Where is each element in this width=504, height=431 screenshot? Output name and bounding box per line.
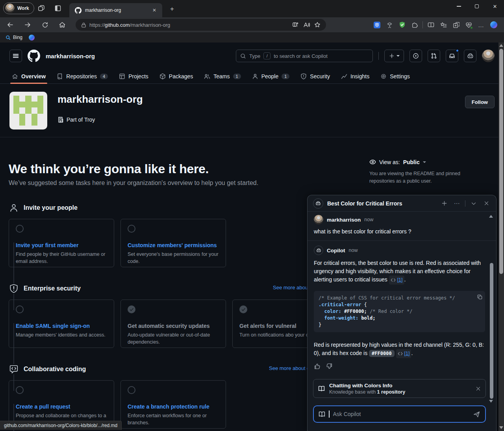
tab-settings[interactable]: Settings [375,69,415,83]
task-unchecked-circle [16,305,24,313]
projects-table-icon [119,73,125,80]
plus-icon [389,53,395,59]
window-minimize-button[interactable] [450,0,468,13]
global-menu-button[interactable] [9,50,22,62]
bing-favorite[interactable]: Bing [6,35,22,40]
task-link[interactable]: Create a pull request [16,403,107,410]
search-icon [240,53,246,59]
github-logo[interactable] [28,50,40,62]
notification-dot [456,49,459,52]
page-scrollbar[interactable] [498,43,504,431]
user-avatar[interactable] [482,50,495,62]
org-breadcrumb[interactable]: markharrison-org [46,53,95,59]
chat-scroll-up-arrow[interactable] [489,215,493,218]
copilot-menu-button[interactable] [464,50,476,62]
org-avatar[interactable] [9,92,47,129]
security-shield-extension-icon[interactable] [397,20,407,30]
global-search-input[interactable]: Type / to search or ask Copilot [236,50,373,62]
view-as-panel: View as: Public You are viewing the READ… [369,159,483,185]
tab-people[interactable]: People1 [246,69,295,83]
favorites-bar: Bing [0,32,504,43]
tab-teams[interactable]: Teams1 [198,69,246,83]
chat-scroll-down-arrow[interactable] [489,400,493,403]
profile-avatar [5,4,15,13]
forward-button[interactable] [22,19,33,30]
window-close-button[interactable]: ✕ [486,0,504,13]
password-manager-extension-icon[interactable] [372,20,382,30]
collections-icon[interactable] [451,20,461,30]
more-options-button[interactable]: ⋯ [452,199,461,208]
send-button[interactable] [473,411,480,418]
refresh-button[interactable] [39,19,50,30]
issues-button[interactable] [410,50,422,62]
see-more-link[interactable]: See more about [273,285,309,290]
scroll-down-arrow[interactable] [499,426,503,429]
edge-copilot-icon[interactable] [489,20,498,30]
tab-actions-icon[interactable] [54,5,61,12]
read-aloud-icon[interactable] [302,19,311,30]
user-message: what is the best color for critical erro… [314,228,490,236]
split-screen-icon[interactable] [426,20,435,30]
new-chat-button[interactable] [440,199,448,208]
thumbs-down-button[interactable] [326,363,333,370]
essentials-status-dot [470,26,473,29]
view-as-control[interactable]: View as: Public [369,159,483,165]
settings-more-icon[interactable]: … [476,20,486,30]
favorites-list-icon[interactable] [439,20,448,30]
task-link[interactable]: Enable SAML single sign-on [16,323,107,329]
citation-link[interactable]: [1] [397,276,403,284]
browser-profile-button[interactable]: Work [3,2,34,14]
task-card-done[interactable]: Get automatic security updates Auto-upda… [120,300,226,348]
address-bar[interactable]: https://github.com/markharrison-org [76,19,326,31]
tab-insights[interactable]: Insights [335,69,375,83]
panel-header-divider [465,200,465,207]
task-card[interactable]: Create a branch protection rule Enforce … [120,380,226,429]
tab-close-button[interactable]: ✕ [150,6,158,14]
page-scrollbar-thumb[interactable] [499,49,503,274]
chat-messages: markharrison now what is the best color … [308,212,496,370]
see-more-link[interactable]: See more about co [269,365,312,371]
pull-requests-button[interactable] [428,50,440,62]
inbox-button[interactable] [446,50,458,62]
tab-security[interactable]: Security [295,69,335,83]
follow-button[interactable]: Follow [465,96,495,108]
create-new-button[interactable] [384,50,404,62]
citation-chip[interactable]: [1] [396,349,411,358]
copy-code-button[interactable] [477,294,483,300]
copilot-favorite[interactable] [29,35,35,41]
extensions-puzzle-icon[interactable] [410,20,419,30]
close-chat-button[interactable] [482,199,491,208]
split-screen-grid-icon[interactable] [291,19,300,30]
dismiss-knowledge-base-button[interactable] [476,386,481,391]
task-card[interactable]: Customize members' permissions Set every… [120,219,226,267]
browser-tab[interactable]: markharrison-org ✕ [69,3,162,17]
citation-link[interactable]: [1] [404,350,410,358]
task-card[interactable]: Invite your first member Find people by … [9,219,114,267]
thumbs-up-button[interactable] [314,363,321,370]
tab-packages[interactable]: Packages [154,69,198,83]
task-unchecked-circle [128,225,135,233]
home-button[interactable] [57,19,68,30]
ask-copilot-input[interactable] [333,411,470,417]
window-maximize-button[interactable] [468,0,486,13]
repo-icon [57,73,63,80]
browser-essentials-icon[interactable] [464,20,473,30]
task-link[interactable]: Invite your first member [16,242,107,248]
task-card[interactable]: Enable SAML single sign-on Manage member… [9,300,114,348]
tab-overview[interactable]: Overview [6,69,51,83]
chat-scrollbar-thumb[interactable] [490,263,493,399]
scroll-up-arrow[interactable] [499,44,503,47]
extension-icon[interactable] [385,20,394,30]
new-tab-button[interactable]: + [167,4,177,14]
task-link[interactable]: Create a branch protection rule [128,403,219,410]
task-link[interactable]: Customize members' permissions [128,242,219,248]
workspaces-icon[interactable] [38,5,45,12]
copilot-message-header: Copilot now [314,246,490,255]
tab-projects[interactable]: Projects [113,69,154,83]
collapse-chat-button[interactable] [469,199,478,208]
back-button[interactable] [5,19,16,30]
copilot-input-box[interactable] [313,405,486,423]
favorite-star-icon[interactable] [313,19,322,30]
tab-repositories[interactable]: Repositories4 [51,69,113,83]
citation-chip[interactable]: [1] [389,276,404,285]
